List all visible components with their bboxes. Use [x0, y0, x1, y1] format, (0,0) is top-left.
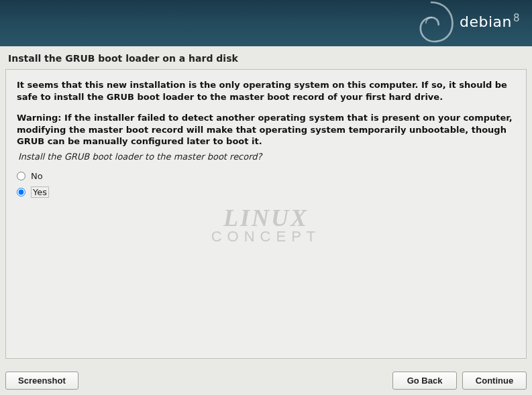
footer-right-group: Go Back Continue [392, 372, 527, 390]
continue-button[interactable]: Continue [462, 372, 527, 390]
footer-bar: Screenshot Go Back Continue [0, 366, 532, 395]
debian-swirl-icon [401, 0, 462, 46]
radio-no-label: No [31, 171, 43, 181]
page-title: Install the GRUB boot loader on a hard d… [0, 46, 532, 69]
radio-option-yes[interactable]: Yes [17, 184, 515, 201]
radio-yes-label: Yes [31, 186, 49, 198]
question-text: Install the GRUB boot loader to the mast… [17, 152, 515, 162]
watermark: LINUX CONCEPT [211, 204, 321, 245]
radio-no-input[interactable] [17, 172, 25, 180]
intro-text: It seems that this new installation is t… [17, 79, 515, 103]
brand-label: debian8 [460, 12, 520, 30]
brand-version: 8 [513, 12, 520, 24]
installer-header: debian8 [0, 0, 532, 46]
warning-body: If the installer failed to detect anothe… [17, 113, 513, 146]
radio-yes-input[interactable] [17, 188, 25, 196]
content-panel: It seems that this new installation is t… [5, 69, 527, 359]
screenshot-button[interactable]: Screenshot [5, 372, 78, 390]
watermark-line1: LINUX [211, 204, 321, 232]
go-back-button[interactable]: Go Back [392, 372, 457, 390]
radio-option-no[interactable]: No [17, 168, 515, 184]
warning-label: Warning: [17, 113, 62, 123]
brand-text: debian [460, 13, 512, 30]
watermark-line2: CONCEPT [211, 228, 321, 245]
warning-text: Warning: If the installer failed to dete… [17, 112, 515, 148]
